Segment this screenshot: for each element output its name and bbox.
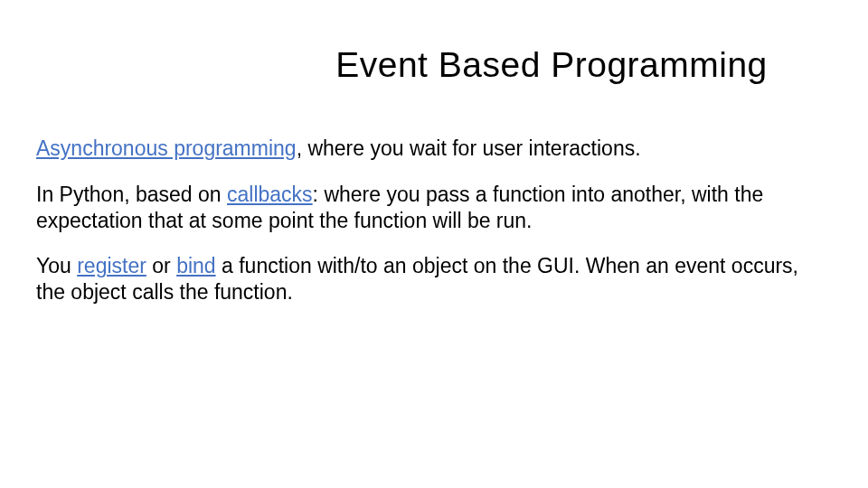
link-register[interactable]: register [77,254,146,277]
slide-title: Event Based Programming [271,45,832,85]
link-callbacks[interactable]: callbacks [227,183,313,206]
link-bind[interactable]: bind [176,254,215,277]
slide: Event Based Programming Asynchronous pro… [0,0,868,488]
paragraph-2: In Python, based on callbacks: where you… [36,182,832,234]
text-span: , where you wait for user interactions. [297,136,641,160]
link-asynchronous-programming[interactable]: Asynchronous programming [36,136,297,160]
paragraph-1: Asynchronous programming, where you wait… [36,136,832,162]
text-span: or [146,254,176,277]
slide-body: Asynchronous programming, where you wait… [36,136,832,305]
text-span: You [36,254,77,277]
text-span: In Python, based on [36,183,227,206]
paragraph-3: You register or bind a function with/to … [36,253,832,305]
